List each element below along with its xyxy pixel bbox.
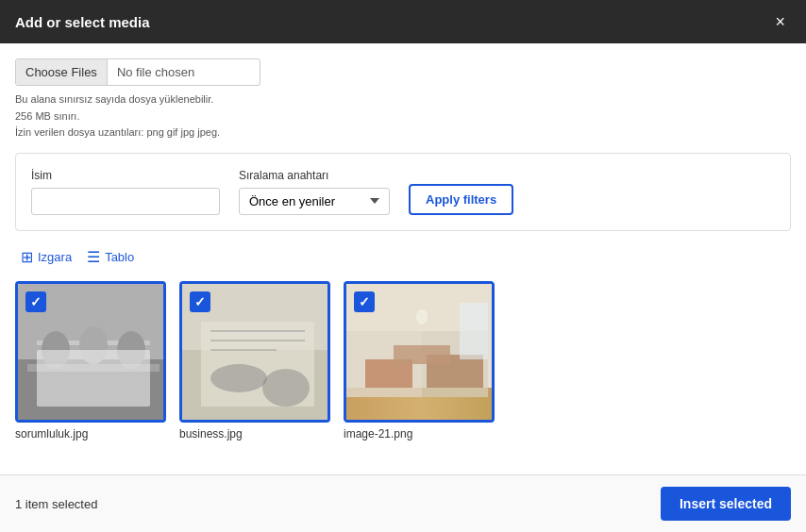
no-file-label: No file chosen [108, 59, 204, 85]
media-checkbox-3 [354, 291, 375, 312]
media-filename-1: sorumluluk.jpg [15, 427, 166, 441]
media-item-1[interactable]: sorumluluk.jpg [15, 281, 166, 441]
table-view-button[interactable]: ☰ Tablo [81, 244, 140, 270]
svg-point-13 [210, 364, 267, 392]
table-view-label: Tablo [105, 250, 134, 264]
modal-footer: 1 item selected Insert selected [0, 474, 806, 532]
sort-filter-select[interactable]: Önce en yeniler Önce en eskiler İsme gör… [239, 188, 390, 215]
sort-filter-label: Sıralama anahtarı [239, 169, 390, 182]
sort-filter-field: Sıralama anahtarı Önce en yeniler Önce e… [239, 169, 390, 215]
insert-selected-button[interactable]: Insert selected [661, 487, 791, 521]
upload-info-line3: İzin verilen dosya uzantıları: png gif j… [15, 125, 791, 141]
modal-title: Add or select media [15, 14, 150, 30]
media-grid: sorumluluk.jpg [15, 281, 791, 454]
close-button[interactable]: × [769, 11, 791, 32]
upload-info-line2: 256 MB sınırı. [15, 108, 791, 125]
svg-point-5 [117, 331, 145, 369]
modal-body: Choose Files No file chosen Bu alana sın… [0, 43, 806, 474]
media-filename-2: business.jpg [179, 427, 330, 441]
svg-point-22 [416, 309, 428, 324]
svg-rect-23 [460, 303, 488, 359]
grid-icon: ⊞ [21, 248, 33, 266]
name-filter-input[interactable] [31, 188, 220, 215]
svg-rect-1 [18, 359, 166, 423]
upload-info: Bu alana sınırsız sayıda dosya yüklenebi… [15, 91, 791, 141]
table-icon: ☰ [87, 248, 100, 266]
name-filter-field: İsim [31, 169, 220, 215]
svg-point-14 [262, 369, 310, 407]
media-checkbox-1 [25, 291, 46, 312]
media-filename-3: image-21.png [344, 427, 495, 441]
svg-rect-6 [27, 364, 160, 372]
filter-section: İsim Sıralama anahtarı Önce en yeniler Ö… [15, 153, 791, 231]
upload-info-line1: Bu alana sınırsız sayıda dosya yüklenebi… [15, 91, 791, 108]
modal-container: Add or select media × Choose Files No fi… [0, 0, 806, 532]
name-filter-label: İsim [31, 169, 220, 182]
media-checkbox-2 [190, 291, 210, 312]
view-toggle: ⊞ Izgara ☰ Tablo [15, 244, 791, 270]
svg-rect-21 [394, 345, 450, 364]
modal-header: Add or select media × [0, 0, 806, 43]
grid-view-button[interactable]: ⊞ Izgara [15, 244, 77, 270]
apply-filters-button[interactable]: Apply filters [409, 184, 513, 215]
media-item-3[interactable]: image-21.png [344, 281, 495, 441]
file-input-row: Choose Files No file chosen [15, 58, 260, 86]
svg-point-4 [79, 326, 108, 364]
upload-section: Choose Files No file chosen Bu alana sın… [15, 58, 791, 141]
selected-count: 1 item selected [15, 497, 97, 511]
svg-point-3 [42, 331, 70, 369]
media-item-2[interactable]: business.jpg [179, 281, 330, 441]
filter-row: İsim Sıralama anahtarı Önce en yeniler Ö… [31, 169, 775, 215]
choose-files-button[interactable]: Choose Files [16, 59, 108, 85]
grid-view-label: Izgara [38, 250, 72, 264]
